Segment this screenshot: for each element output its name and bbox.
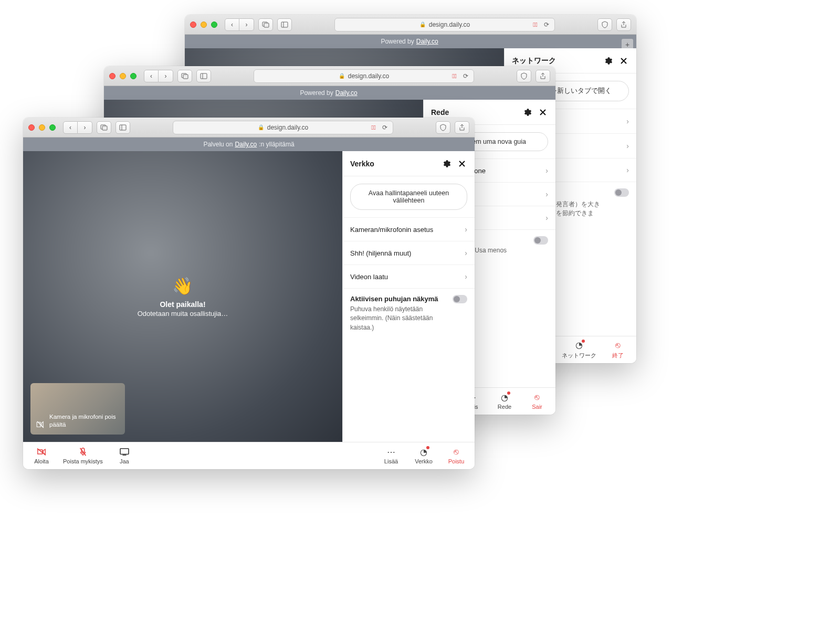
reload-icon[interactable]: ⟳ xyxy=(463,72,468,80)
close-window-icon[interactable] xyxy=(109,73,116,79)
chevron-right-icon: › xyxy=(465,225,467,234)
self-video-tile[interactable]: Kamera ja mikrofoni pois päältä xyxy=(30,383,125,435)
svg-rect-6 xyxy=(201,73,207,79)
powered-by-banner: Powered by Daily.co xyxy=(185,35,636,48)
network-button[interactable]: ◔ ネットワーク xyxy=(562,341,596,359)
nav-back-forward[interactable]: ‹ › xyxy=(144,70,173,82)
panel-title: ネットワーク xyxy=(512,56,556,66)
titlebar: ‹ › 🔒 design.daily.co 📷⃠ ⟳ xyxy=(23,118,475,137)
bottom-bar: Aloita Poista mykistys Jaa ⋯ Lisää ◔ xyxy=(23,442,475,469)
gear-icon[interactable] xyxy=(603,56,613,66)
nav-back-forward[interactable]: ‹ › xyxy=(63,121,92,134)
panel-row-camera-mic[interactable]: Kameran/mikrofonin asetus › xyxy=(343,217,475,241)
gauge-icon: ◔ xyxy=(501,393,508,402)
sidebar-toggle-button[interactable] xyxy=(196,70,211,82)
traffic-lights[interactable] xyxy=(109,73,136,79)
privacy-report-button[interactable] xyxy=(517,70,531,82)
close-icon[interactable] xyxy=(457,158,467,169)
maximize-window-icon[interactable] xyxy=(130,73,136,79)
share-button[interactable] xyxy=(455,121,469,134)
nav-back-forward[interactable]: ‹ › xyxy=(225,18,254,31)
reload-icon[interactable]: ⟳ xyxy=(544,21,549,28)
lock-icon: 🔒 xyxy=(339,73,345,79)
svg-rect-13 xyxy=(120,449,129,454)
privacy-report-button[interactable] xyxy=(597,18,612,31)
titlebar: ‹ › 🔒 design.daily.co 📷⃠ ⟳ xyxy=(104,66,555,86)
svg-rect-10 xyxy=(120,125,126,130)
active-speaker-toggle[interactable] xyxy=(453,295,467,303)
svg-rect-2 xyxy=(281,22,288,27)
gauge-icon: ◔ xyxy=(420,447,427,457)
titlebar: ‹ › 🔒 design.daily.co 📷⃠ ⟳ xyxy=(185,15,636,35)
panel-row-video-quality[interactable]: Videon laatu › xyxy=(343,264,475,288)
close-icon[interactable] xyxy=(618,56,629,66)
url-text: design.daily.co xyxy=(348,72,390,80)
wave-icon: 👋 xyxy=(138,276,228,296)
minimize-window-icon[interactable] xyxy=(120,73,126,79)
leave-button[interactable]: ⎋ 終了 xyxy=(607,341,629,359)
leave-button[interactable]: ⎋ Sair xyxy=(526,393,548,410)
panel-row-mute-all[interactable]: Shh! (hiljennä muut) › xyxy=(343,241,475,264)
open-dashboard-pill[interactable]: Avaa hallintapaneeli uuteen välilehteen xyxy=(350,184,467,210)
gauge-icon: ◔ xyxy=(575,341,583,350)
share-screen-button[interactable]: Jaa xyxy=(113,447,135,464)
video-area: 👋 Olet paikalla! Odotetaan muita osallis… xyxy=(23,151,342,442)
gear-icon[interactable] xyxy=(441,158,452,169)
leave-button[interactable]: ⎋ Poistu xyxy=(445,447,467,464)
panel-title: Verkko xyxy=(350,160,374,168)
back-button[interactable]: ‹ xyxy=(144,70,159,82)
tab-overview-button[interactable] xyxy=(258,18,273,31)
more-button[interactable]: ⋯ Lisää xyxy=(380,447,402,464)
address-bar[interactable]: 🔒 design.daily.co 📷⃠ ⟳ xyxy=(173,121,393,134)
chevron-right-icon: › xyxy=(545,190,548,198)
url-text: design.daily.co xyxy=(267,124,309,131)
waiting-message: 👋 Olet paikalla! Odotetaan muita osallis… xyxy=(138,276,228,318)
tab-overview-button[interactable] xyxy=(177,70,192,82)
daily-link[interactable]: Daily.co xyxy=(416,38,438,45)
chevron-right-icon: › xyxy=(626,117,629,125)
chevron-right-icon: › xyxy=(465,272,467,281)
active-speaker-toggle[interactable] xyxy=(533,236,548,245)
powered-by-banner: Palvelu on Daily.co :n ylläpitämä xyxy=(23,137,475,151)
close-window-icon[interactable] xyxy=(28,124,35,131)
privacy-report-button[interactable] xyxy=(436,121,450,134)
forward-button[interactable]: › xyxy=(239,18,254,31)
camera-blocked-icon[interactable]: 📷⃠ xyxy=(452,72,457,80)
address-bar[interactable]: 🔒 design.daily.co 📷⃠ ⟳ xyxy=(334,18,555,31)
svg-rect-5 xyxy=(183,75,188,79)
network-button[interactable]: ◔ Verkko xyxy=(413,447,435,464)
close-icon[interactable] xyxy=(538,107,548,118)
active-speaker-toggle[interactable] xyxy=(614,188,629,197)
network-button[interactable]: ◔ Rede xyxy=(494,393,516,410)
maximize-window-icon[interactable] xyxy=(49,124,56,131)
address-bar[interactable]: 🔒 design.daily.co 📷⃠ ⟳ xyxy=(254,69,474,83)
sidebar-toggle-button[interactable] xyxy=(116,121,130,134)
close-window-icon[interactable] xyxy=(190,22,196,28)
traffic-lights[interactable] xyxy=(190,22,217,28)
sidebar-toggle-button[interactable] xyxy=(277,18,292,31)
reload-icon[interactable]: ⟳ xyxy=(382,124,387,131)
forward-button[interactable]: › xyxy=(78,121,92,134)
screen-icon xyxy=(119,447,130,457)
leave-icon: ⎋ xyxy=(615,341,621,350)
daily-link[interactable]: Daily.co xyxy=(235,141,257,148)
back-button[interactable]: ‹ xyxy=(63,121,78,134)
share-button[interactable] xyxy=(536,70,550,82)
mic-toggle-button[interactable]: Poista mykistys xyxy=(63,447,103,464)
chevron-right-icon: › xyxy=(545,166,548,175)
traffic-lights[interactable] xyxy=(28,124,56,131)
forward-button[interactable]: › xyxy=(159,70,173,82)
minimize-window-icon[interactable] xyxy=(39,124,45,131)
tab-overview-button[interactable] xyxy=(97,121,111,134)
minimize-window-icon[interactable] xyxy=(201,22,207,28)
share-button[interactable] xyxy=(616,18,631,31)
camera-blocked-icon[interactable]: 📷⃠ xyxy=(533,21,538,28)
back-button[interactable]: ‹ xyxy=(225,18,239,31)
maximize-window-icon[interactable] xyxy=(211,22,217,28)
camera-toggle-button[interactable]: Aloita xyxy=(30,447,52,464)
daily-link[interactable]: Daily.co xyxy=(335,89,358,97)
gear-icon[interactable] xyxy=(522,107,532,118)
camera-blocked-icon[interactable]: 📷⃠ xyxy=(371,124,376,131)
network-panel: Verkko Avaa hallintapaneeli uuteen välil… xyxy=(342,151,475,442)
content-area: 👋 Olet paikalla! Odotetaan muita osallis… xyxy=(23,151,475,442)
